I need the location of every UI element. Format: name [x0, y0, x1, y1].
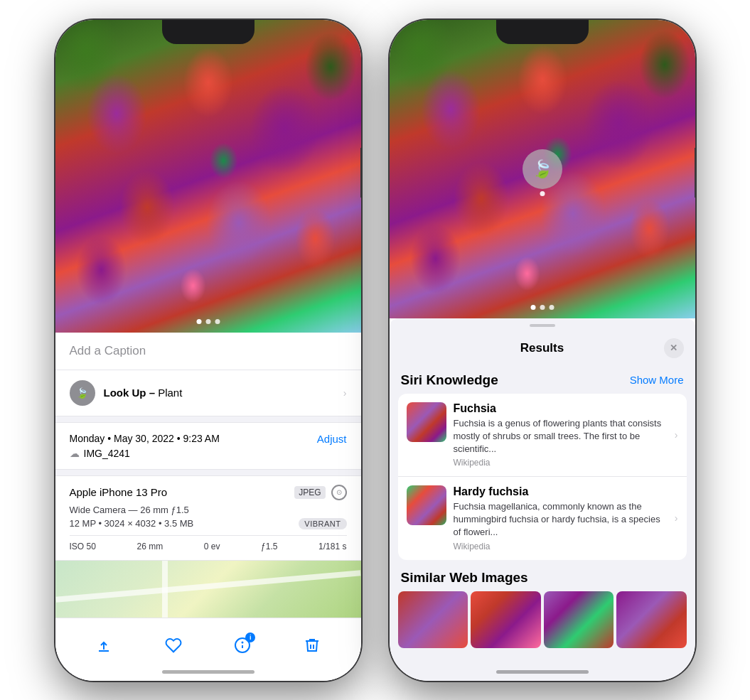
similar-image-3[interactable]	[544, 591, 614, 648]
photo-image-1[interactable]	[55, 20, 361, 333]
info-badge: i	[245, 632, 255, 642]
camera-spec: Wide Camera — 26 mm ƒ1.5	[70, 505, 347, 515]
lookup-row[interactable]: 🍃 Look Up – Plant ›	[55, 370, 361, 416]
phone-notch	[162, 20, 255, 44]
knowledge-item-hardy[interactable]: Hardy fuchsia Fuchsia magellanica, commo…	[398, 477, 687, 560]
similar-image-2[interactable]	[471, 591, 541, 648]
fuchsia-desc: Fuchsia is a genus of flowering plants t…	[454, 417, 668, 456]
similar-image-1[interactable]	[398, 591, 468, 648]
meta-section: Monday • May 30, 2022 • 9:23 AM Adjust ☁…	[55, 422, 361, 470]
lookup-label: Look Up – Plant	[104, 387, 183, 399]
exif-aperture: ƒ1.5	[261, 542, 277, 551]
device-name: Apple iPhone 13 Pro	[70, 486, 168, 498]
exif-shutter: 1/181 s	[318, 542, 346, 551]
exif-focal: 26 mm	[136, 542, 163, 551]
panel-handle[interactable]	[530, 324, 555, 327]
camera-spec2: 12 MP • 3024 × 4032 • 3.5 MB VIBRANT	[70, 518, 347, 529]
results-title: Results	[421, 341, 664, 355]
share-button[interactable]	[88, 630, 119, 661]
phone-screen-1: Add a Caption 🍃 Look Up – Plant › Monday…	[55, 20, 361, 681]
fuchsia-thumbnail	[407, 402, 446, 442]
similar-image-4[interactable]	[616, 591, 687, 648]
results-header: Results ✕	[390, 333, 695, 367]
fuchsia-text: Fuchsia Fuchsia is a genus of flowering …	[454, 402, 668, 468]
home-indicator	[162, 670, 255, 674]
photo-info-area: Add a Caption 🍃 Look Up – Plant › Monday…	[55, 333, 361, 681]
show-more-button[interactable]: Show More	[630, 374, 684, 386]
filename: IMG_4241	[84, 448, 130, 459]
exif-ev: 0 ev	[204, 542, 220, 551]
hardy-thumbnail	[407, 485, 446, 525]
phone-1: Add a Caption 🍃 Look Up – Plant › Monday…	[55, 20, 361, 681]
settings-icon[interactable]: ⊙	[331, 485, 347, 500]
favorite-button[interactable]	[158, 630, 189, 661]
cloud-icon: ☁	[70, 448, 80, 459]
knowledge-item-fuchsia[interactable]: Fuchsia Fuchsia is a genus of flowering …	[398, 394, 687, 478]
phone-2: 🍃 Results ✕ Siri Knowledge Show More	[390, 20, 695, 681]
fuchsia-source: Wikipedia	[454, 458, 668, 468]
hardy-desc: Fuchsia magellanica, commonly known as t…	[454, 500, 668, 539]
close-button[interactable]: ✕	[664, 338, 684, 358]
exif-iso: ISO 50	[70, 542, 96, 551]
page-dots-2	[530, 305, 554, 310]
page-dots	[196, 319, 220, 324]
similar-images	[398, 591, 687, 648]
fuchsia-name: Fuchsia	[454, 402, 668, 415]
hardy-chevron: ›	[675, 512, 678, 524]
home-indicator-2	[496, 670, 589, 674]
vibrant-badge: VIBRANT	[299, 518, 346, 529]
phone-notch-2	[496, 20, 589, 44]
jpeg-badge: JPEG	[294, 486, 325, 499]
hardy-name: Hardy fuchsia	[454, 485, 668, 498]
siri-knowledge-header: Siri Knowledge Show More	[398, 367, 687, 394]
map-area[interactable]	[55, 561, 361, 618]
visual-lookup-badge: 🍃	[523, 149, 562, 189]
knowledge-card: Fuchsia Fuchsia is a genus of flowering …	[398, 394, 687, 560]
lookup-chevron: ›	[343, 387, 347, 399]
info-button[interactable]: i	[227, 630, 258, 661]
exif-row: ISO 50 26 mm 0 ev ƒ1.5 1/181 s	[70, 535, 347, 551]
caption-placeholder[interactable]: Add a Caption	[70, 344, 146, 357]
hardy-text: Hardy fuchsia Fuchsia magellanica, commo…	[454, 485, 668, 551]
phone-screen-2: 🍃 Results ✕ Siri Knowledge Show More	[390, 20, 695, 681]
siri-knowledge-title: Siri Knowledge	[401, 372, 498, 388]
results-panel: Results ✕ Siri Knowledge Show More Fuch	[390, 318, 695, 681]
hardy-source: Wikipedia	[454, 542, 668, 551]
similar-section: Similar Web Images	[398, 567, 687, 648]
fuchsia-chevron: ›	[675, 429, 678, 441]
leaf-icon: 🍃	[70, 380, 95, 406]
photo-date: Monday • May 30, 2022 • 9:23 AM	[70, 433, 220, 444]
device-section: Apple iPhone 13 Pro JPEG ⊙ Wide Camera —…	[55, 475, 361, 561]
caption-area[interactable]: Add a Caption	[55, 333, 361, 370]
similar-title: Similar Web Images	[398, 567, 687, 591]
photo-image-2[interactable]: 🍃	[390, 20, 695, 318]
delete-button[interactable]	[296, 630, 328, 661]
adjust-button[interactable]: Adjust	[317, 433, 347, 445]
results-scroll[interactable]: Siri Knowledge Show More Fuchsia Fuchsia…	[390, 367, 695, 681]
